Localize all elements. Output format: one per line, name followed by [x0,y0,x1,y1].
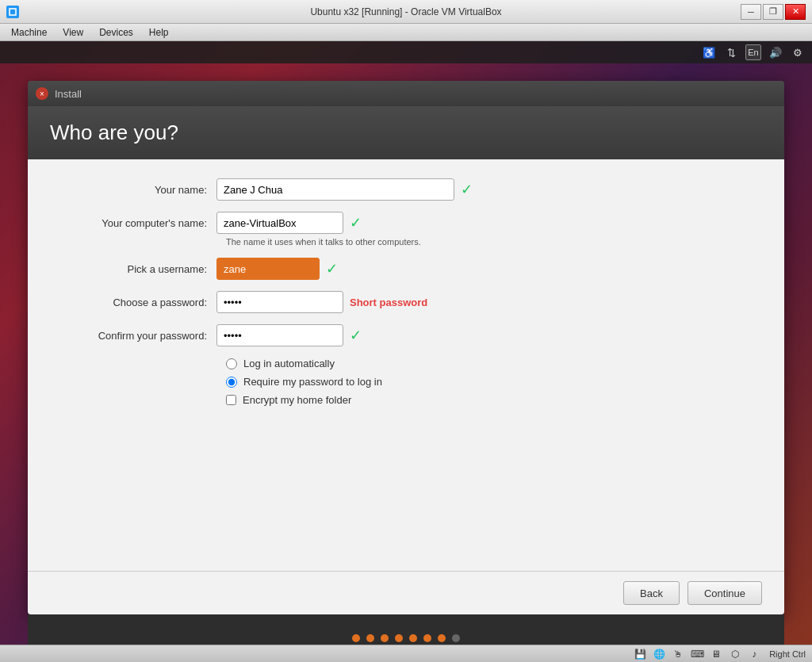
dot-8 [452,634,460,642]
computer-input-wrap: ✓ [216,212,762,234]
password-input[interactable] [216,291,343,313]
inner-dialog: × Install Who are you? Your name: ✓ [28,81,784,614]
username-label: Pick a username: [50,263,216,275]
login-password-radio[interactable] [226,377,237,388]
password-warning: Short password [350,297,427,308]
right-ctrl-label: Right Ctrl [769,649,806,659]
dialog-body: Your name: ✓ Your computer's name: ✓ The [28,159,784,571]
password-row: Choose a password: Short password [50,291,762,313]
accessibility-icon[interactable]: ♿ [701,44,717,60]
computer-hint: The name it uses when it talks to other … [226,237,762,247]
volume-icon[interactable]: 🔊 [768,44,783,60]
login-options-section: Log in automatically Require my password… [226,358,762,406]
menu-help[interactable]: Help [141,25,177,40]
dialog-footer: Back Continue [28,571,784,614]
computer-check-icon: ✓ [350,214,362,232]
password-label: Choose a password: [50,297,216,308]
dialog-close-button[interactable]: × [36,87,48,100]
sound-icon: ♪ [747,647,761,661]
password-input-wrap: Short password [216,291,762,313]
encrypt-row: Encrypt my home folder [226,394,762,406]
login-password-label[interactable]: Require my password to log in [243,376,382,388]
dot-3 [381,634,389,642]
minimize-button[interactable]: ─ [741,4,761,20]
computer-label: Your computer's name: [50,217,216,229]
install-dialog: × Install Who are you? Your name: ✓ [28,81,784,614]
dialog-title: Install [55,88,82,100]
vm-taskbar-top: ♿ ⇅ En 🔊 ⚙ [0,41,812,63]
dialog-titlebar: × Install [28,81,784,106]
confirm-row: Confirm your password: ✓ [50,324,762,346]
window-title: Ubuntu x32 [Running] - Oracle VM Virtual… [0,6,812,17]
menu-bar: Machine View Devices Help [0,24,812,41]
vm-viewport: ♿ ⇅ En 🔊 ⚙ × Install Who are you? Your n… [0,41,812,662]
username-row: Pick a username: ✓ [50,258,762,280]
computer-input[interactable] [216,212,343,234]
mouse-icon: 🖱 [671,647,685,661]
dialog-heading: Who are you? [50,121,762,145]
dot-2 [366,634,374,642]
name-row: Your name: ✓ [50,178,762,201]
name-input[interactable] [216,178,454,201]
username-input[interactable] [216,258,320,280]
login-password-row: Require my password to log in [226,376,762,388]
globe-icon: 🌐 [652,647,666,661]
name-check-icon: ✓ [461,181,473,198]
login-auto-row: Log in automatically [226,358,762,369]
dot-1 [352,634,360,642]
computer-row: Your computer's name: ✓ [50,212,762,234]
restore-button[interactable]: ❐ [763,4,783,20]
language-icon[interactable]: En [745,44,761,60]
login-auto-radio[interactable] [226,358,237,369]
settings-icon[interactable]: ⚙ [790,44,806,60]
network-icon[interactable]: ⇅ [723,44,739,60]
login-auto-label[interactable]: Log in automatically [243,358,335,369]
vm-statusbar: 💾 🌐 🖱 ⌨ 🖥 ⬡ ♪ Right Ctrl [0,645,812,662]
dialog-header: Who are you? [28,106,784,159]
close-button[interactable]: ✕ [785,4,806,20]
confirm-input-wrap: ✓ [216,324,762,346]
confirm-label: Confirm your password: [50,330,216,342]
dot-5 [409,634,417,642]
hdd-icon: 💾 [633,647,647,661]
dot-6 [423,634,431,642]
encrypt-checkbox[interactable] [226,395,236,405]
usb-icon: ⬡ [728,647,742,661]
confirm-check-icon: ✓ [350,327,362,344]
menu-view[interactable]: View [55,25,91,40]
username-input-wrap: ✓ [216,258,762,280]
svg-rect-2 [10,10,15,14]
title-bar-left [6,6,19,18]
back-button[interactable]: Back [623,581,680,605]
dot-4 [395,634,403,642]
confirm-input[interactable] [216,324,343,346]
continue-button[interactable]: Continue [688,581,762,605]
window-controls: ─ ❐ ✕ [741,4,806,20]
display-icon: 🖥 [709,647,723,661]
title-bar: Ubuntu x32 [Running] - Oracle VM Virtual… [0,0,812,24]
encrypt-label[interactable]: Encrypt my home folder [243,394,351,406]
menu-machine[interactable]: Machine [3,25,55,40]
name-label: Your name: [50,184,216,196]
virtualbox-icon [6,6,19,18]
username-check-icon: ✓ [326,260,338,277]
dot-7 [438,634,446,642]
name-input-wrap: ✓ [216,178,762,201]
menu-devices[interactable]: Devices [91,25,141,40]
keyboard-icon: ⌨ [690,647,704,661]
